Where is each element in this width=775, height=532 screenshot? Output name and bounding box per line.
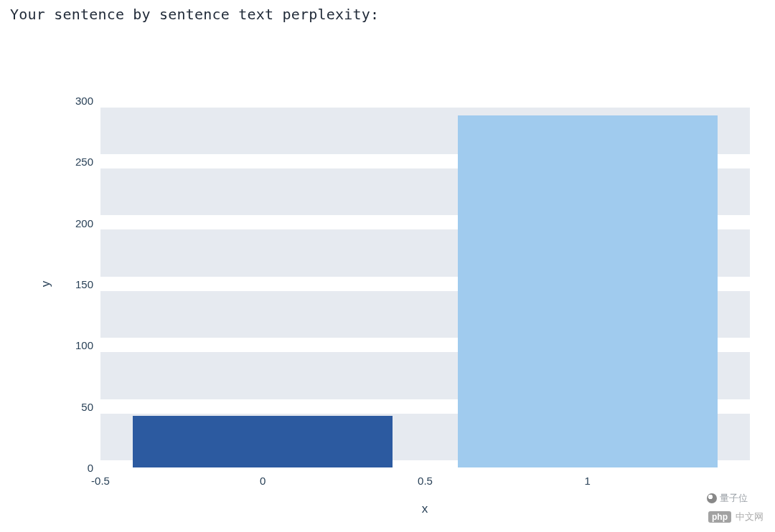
x-axis-label: x bbox=[422, 502, 428, 516]
y-tick-label: 0 bbox=[50, 462, 93, 474]
gridline bbox=[100, 93, 750, 108]
y-tick-label: 150 bbox=[50, 278, 93, 290]
plot-area bbox=[100, 100, 750, 467]
y-tick-label: 250 bbox=[50, 156, 93, 168]
watermark-brand-text: 中文网 bbox=[736, 510, 764, 523]
y-axis-label: y bbox=[39, 281, 53, 288]
bar-1 bbox=[458, 115, 718, 468]
watermark-source: 量子位 bbox=[707, 492, 748, 505]
y-tick-label: 100 bbox=[50, 339, 93, 351]
watermark-brand: php 中文网 bbox=[708, 510, 764, 523]
y-tick-label: 200 bbox=[50, 217, 93, 229]
php-badge: php bbox=[708, 511, 731, 523]
y-tick-label: 50 bbox=[50, 400, 93, 412]
watermark-source-text: 量子位 bbox=[720, 492, 748, 505]
wechat-icon bbox=[707, 493, 717, 503]
page-title: Your sentence by sentence text perplexit… bbox=[0, 0, 775, 23]
x-tick-label: 1 bbox=[585, 475, 591, 487]
x-tick-label: 0.5 bbox=[418, 475, 433, 487]
y-tick-label: 300 bbox=[50, 95, 93, 107]
x-tick-label: -0.5 bbox=[91, 475, 110, 487]
perplexity-bar-chart: 0 50 100 150 200 250 300 -0.5 0 0.5 1 y … bbox=[22, 43, 761, 516]
x-tick-label: 0 bbox=[260, 475, 266, 487]
bar-0 bbox=[133, 416, 393, 467]
